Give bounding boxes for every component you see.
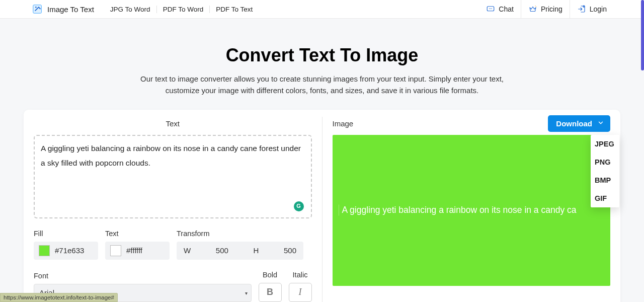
svg-point-3 bbox=[489, 9, 490, 10]
image-pane-title: Image bbox=[333, 119, 354, 128]
height-label: H bbox=[253, 246, 259, 255]
height-value: 500 bbox=[284, 246, 296, 255]
logo[interactable]: Image To Text bbox=[32, 4, 94, 15]
scroll-thumb[interactable] bbox=[641, 0, 644, 70]
fill-value: #71e633 bbox=[55, 246, 91, 255]
text-color-input[interactable]: #ffffff bbox=[105, 242, 170, 260]
chevron-down-icon bbox=[597, 119, 604, 128]
grammarly-icon[interactable]: G bbox=[294, 201, 304, 211]
transform-input[interactable]: W 500 H 500 bbox=[177, 242, 303, 260]
nav-pdf-to-text[interactable]: PDF To Text bbox=[209, 6, 259, 13]
fill-label: Fill bbox=[34, 230, 98, 238]
download-button[interactable]: Download bbox=[548, 115, 610, 132]
menu-bmp[interactable]: BMP bbox=[591, 171, 619, 189]
chat-icon bbox=[486, 5, 495, 14]
fill-swatch-icon bbox=[39, 245, 50, 256]
svg-point-5 bbox=[492, 9, 493, 10]
text-swatch-icon bbox=[110, 245, 121, 256]
chat-link[interactable]: Chat bbox=[479, 0, 521, 19]
menu-gif[interactable]: GIF bbox=[591, 189, 619, 207]
menu-png[interactable]: PNG bbox=[591, 153, 619, 171]
italic-label: Italic bbox=[293, 271, 308, 279]
vertical-scrollbar[interactable] bbox=[641, 0, 644, 302]
text-pane: Text A giggling yeti balancing a rainbow… bbox=[24, 110, 322, 303]
text-color-label: Text bbox=[105, 230, 170, 238]
download-menu: JPEG PNG BMP GIF bbox=[591, 135, 619, 207]
text-input[interactable]: A giggling yeti balancing a rainbow on i… bbox=[34, 135, 312, 218]
font-label: Font bbox=[34, 272, 252, 280]
nav-jpg-to-word[interactable]: JPG To Word bbox=[104, 6, 156, 13]
main-card: Text A giggling yeti balancing a rainbow… bbox=[24, 110, 620, 303]
status-bar-url: https://www.imagetotext.info/text-to-ima… bbox=[0, 293, 118, 302]
width-label: W bbox=[184, 246, 191, 255]
bold-button[interactable]: B bbox=[259, 283, 282, 302]
login-icon: + bbox=[577, 5, 586, 14]
image-pane: Image Download A giggling yeti balancing… bbox=[323, 110, 621, 303]
fill-color-input[interactable]: #71e633 bbox=[34, 242, 98, 260]
page-content: Convert Text To Image Our text to image … bbox=[0, 19, 644, 302]
login-link[interactable]: + Login bbox=[570, 0, 614, 19]
transform-label: Transform bbox=[177, 230, 312, 238]
image-preview: A giggling yeti balancing a rainbow on i… bbox=[333, 135, 611, 286]
pricing-link[interactable]: Pricing bbox=[521, 0, 570, 19]
svg-text:+: + bbox=[583, 6, 584, 8]
menu-jpeg[interactable]: JPEG bbox=[591, 135, 619, 153]
nav-links: JPG To Word PDF To Word PDF To Text bbox=[104, 6, 259, 13]
text-color-value: #ffffff bbox=[126, 246, 149, 255]
logo-text: Image To Text bbox=[47, 5, 94, 14]
svg-point-6 bbox=[535, 6, 536, 7]
text-pane-title: Text bbox=[34, 119, 312, 128]
width-value: 500 bbox=[216, 246, 228, 255]
logo-icon bbox=[32, 4, 43, 15]
pricing-label: Pricing bbox=[541, 5, 562, 13]
header-bar: Image To Text JPG To Word PDF To Word PD… bbox=[0, 0, 644, 19]
pricing-icon bbox=[528, 5, 537, 14]
nav-pdf-to-word[interactable]: PDF To Word bbox=[156, 6, 210, 13]
svg-point-1 bbox=[35, 7, 37, 8]
bold-label: Bold bbox=[263, 271, 277, 279]
chat-label: Chat bbox=[499, 5, 514, 13]
preview-text: A giggling yeti balancing a rainbow on i… bbox=[342, 205, 577, 215]
svg-point-4 bbox=[491, 9, 492, 10]
italic-button[interactable]: I bbox=[289, 283, 312, 302]
header-right: Chat Pricing + Login bbox=[479, 0, 614, 19]
login-label: Login bbox=[590, 5, 607, 13]
page-title: Convert Text To Image bbox=[0, 45, 644, 66]
text-input-value: A giggling yeti balancing a rainbow on i… bbox=[41, 144, 301, 167]
svg-point-7 bbox=[536, 7, 537, 7]
page-subtitle: Our text to image converter allows you t… bbox=[138, 73, 506, 97]
controls-row: Fill #71e633 Text #ffffff Transform bbox=[34, 230, 312, 260]
download-label: Download bbox=[556, 119, 592, 128]
